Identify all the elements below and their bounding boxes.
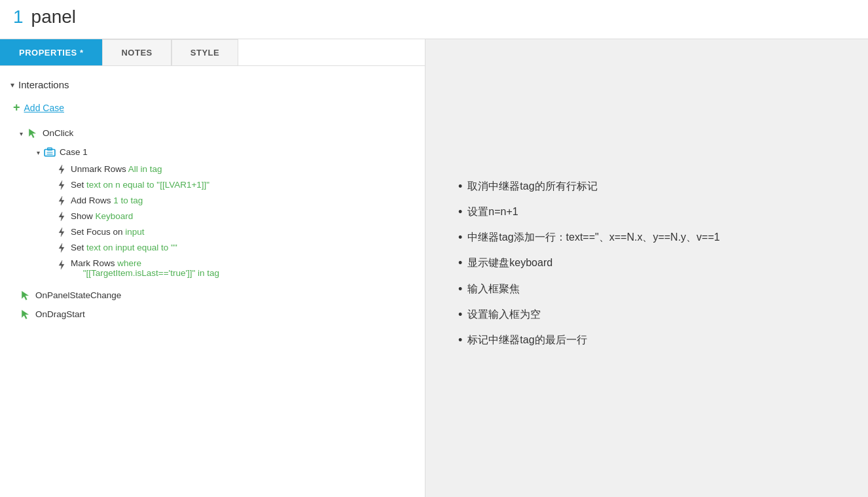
add-case-row[interactable]: + Add Case xyxy=(0,95,425,124)
case1-tree-row: ▾ Case 1 xyxy=(0,143,425,162)
onclick-cursor-icon xyxy=(27,128,39,139)
title-bar: 1 panel xyxy=(0,0,868,39)
title-number: 1 xyxy=(13,7,24,27)
note-item-2: • 设置n=n+1 xyxy=(458,204,835,220)
action-unmark-text: Unmark Rows All in tag xyxy=(71,164,162,174)
add-icon: + xyxy=(13,101,20,114)
interactions-section-header: ▾ Interactions xyxy=(0,74,425,95)
note-item-6: • 设置输入框为空 xyxy=(458,307,835,323)
tab-properties[interactable]: PROPERTIES * xyxy=(0,39,102,65)
note-item-7: • 标记中继器tag的最后一行 xyxy=(458,332,835,349)
svg-marker-6 xyxy=(59,196,64,205)
action-show-text: Show Keyboard xyxy=(71,211,133,221)
svg-marker-10 xyxy=(59,260,64,269)
svg-marker-8 xyxy=(59,228,64,237)
note-item-1: • 取消中继器tag的所有行标记 xyxy=(458,179,835,195)
bolt-icon-show xyxy=(56,211,67,222)
action-row-unmark: Unmark Rows All in tag xyxy=(0,162,425,177)
interactions-label: Interactions xyxy=(18,79,69,90)
action-set-n-text: Set text on n equal to "[[LVAR1+1]]" xyxy=(71,180,209,190)
case1-icon xyxy=(44,146,56,158)
title-text: panel xyxy=(31,7,77,27)
onclick-chevron-icon: ▾ xyxy=(20,130,23,137)
case1-chevron-icon: ▾ xyxy=(37,149,40,156)
ondragstart-icon xyxy=(20,309,31,320)
left-panel: PROPERTIES * NOTES STYLE ▾ Interactions … xyxy=(0,39,425,497)
action-focus-text: Set Focus on input xyxy=(71,227,145,237)
bolt-icon-focus xyxy=(56,227,67,237)
onclick-label: OnClick xyxy=(43,128,73,138)
chevron-down-icon: ▾ xyxy=(10,80,14,90)
tab-style[interactable]: STYLE xyxy=(172,39,238,65)
onclick-tree-row: ▾ OnClick xyxy=(0,124,425,143)
panel-content: ▾ Interactions + Add Case ▾ OnClick ▾ xyxy=(0,66,425,497)
bolt-icon-mark xyxy=(56,260,67,270)
main-layout: PROPERTIES * NOTES STYLE ▾ Interactions … xyxy=(0,39,868,497)
svg-marker-9 xyxy=(59,243,64,252)
note-item-5: • 输入框聚焦 xyxy=(458,281,835,298)
action-row-set-input: Set text on input equal to "" xyxy=(0,240,425,256)
bolt-icon-addrows xyxy=(56,196,67,206)
action-row-focus: Set Focus on input xyxy=(0,224,425,240)
add-case-link[interactable]: Add Case xyxy=(24,103,64,113)
note-item-3: • 中继器tag添加一行：text=="、x==N.x、y==N.y、v==1 xyxy=(458,230,835,246)
action-row-show: Show Keyboard xyxy=(0,209,425,224)
bolt-icon-set-input xyxy=(56,243,67,253)
svg-marker-7 xyxy=(59,212,64,221)
bolt-icon-unmark xyxy=(56,164,67,175)
onpanelstatechange-row: OnPanelStateChange xyxy=(0,286,425,305)
ondragstart-label: OnDragStart xyxy=(35,309,85,319)
onpanelstatechange-label: OnPanelStateChange xyxy=(35,290,121,300)
action-mark-text: Mark Rows where "[[TargetItem.isLast=='t… xyxy=(71,258,219,278)
action-row-mark: Mark Rows where "[[TargetItem.isLast=='t… xyxy=(0,256,425,281)
notes-list: • 取消中继器tag的所有行标记 • 设置n=n+1 • 中继器tag添加一行：… xyxy=(458,179,835,358)
onpanelstatechange-icon xyxy=(20,290,31,301)
action-set-input-text: Set text on input equal to "" xyxy=(71,243,177,252)
action-addrows-text: Add Rows 1 to tag xyxy=(71,196,143,205)
tab-notes[interactable]: NOTES xyxy=(102,39,171,65)
svg-marker-4 xyxy=(59,165,64,174)
svg-marker-5 xyxy=(59,180,64,190)
right-panel: • 取消中继器tag的所有行标记 • 设置n=n+1 • 中继器tag添加一行：… xyxy=(425,39,868,497)
case1-label: Case 1 xyxy=(60,147,88,157)
tabs-bar: PROPERTIES * NOTES STYLE xyxy=(0,39,425,66)
note-item-4: • 显示键盘keyboard xyxy=(458,255,835,271)
bolt-icon-set-n xyxy=(56,180,67,190)
action-row-addrows: Add Rows 1 to tag xyxy=(0,193,425,209)
ondragstart-row: OnDragStart xyxy=(0,305,425,324)
action-row-set-n: Set text on n equal to "[[LVAR1+1]]" xyxy=(0,177,425,193)
